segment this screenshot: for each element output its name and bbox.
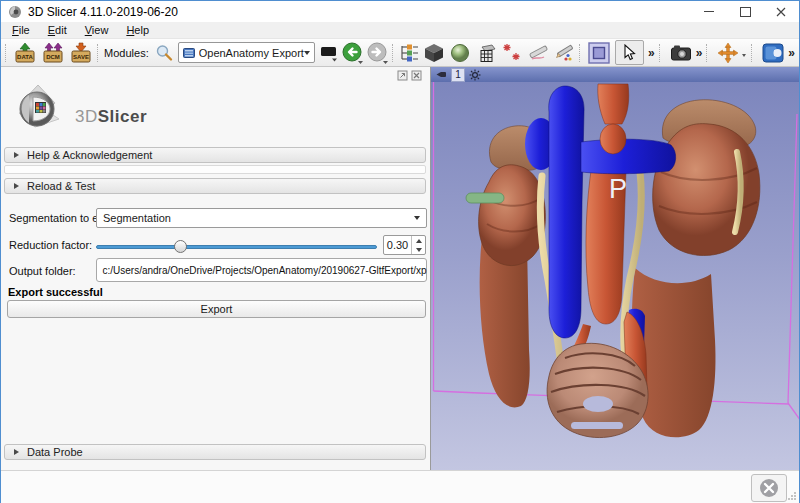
search-icon: [155, 44, 173, 62]
menu-file[interactable]: File: [3, 23, 39, 37]
orientation-marker-p: P: [609, 174, 627, 204]
dark-cube-icon: [423, 42, 445, 64]
reduction-factor-spinbox[interactable]: 0.30: [383, 235, 426, 255]
slider-track[interactable]: [96, 245, 377, 249]
resize-grip[interactable]: [787, 491, 797, 501]
threed-view[interactable]: 1: [431, 67, 799, 470]
view-label: 1: [451, 68, 465, 82]
aorta-top: [598, 84, 629, 124]
toolbar-overflow-chevron[interactable]: »: [696, 46, 703, 60]
toolbar-separator: [706, 44, 711, 62]
screenshot-button[interactable]: [670, 43, 692, 63]
menu-help[interactable]: Help: [117, 23, 158, 37]
status-bar: [1, 470, 799, 503]
output-folder-button[interactable]: c:/Users/andra/OneDrive/Projects/OpenAna…: [96, 258, 427, 282]
segment-editor-button[interactable]: [475, 42, 497, 64]
cursor-icon: [622, 44, 637, 61]
module-panel: 3DSlicer Help & Acknowledgement Reload &…: [1, 67, 431, 470]
segmentation-selector-value: Segmentation: [103, 212, 414, 224]
layout-selector-button[interactable]: [587, 41, 611, 65]
main-toolbar: DATA DCM SAVE Modules:: [1, 38, 799, 67]
reduction-factor-label: Reduction factor:: [9, 239, 92, 251]
triangle-down-icon: [416, 248, 422, 252]
load-dicom-button[interactable]: DCM: [41, 42, 65, 64]
aorta-knob: [600, 124, 626, 154]
menu-view[interactable]: View: [76, 23, 118, 37]
toolbar-separator: [751, 44, 756, 62]
data-probe-section[interactable]: Data Probe: [4, 444, 426, 460]
spin-up-button[interactable]: [412, 236, 425, 245]
dcm-icon-label: DCM: [46, 54, 60, 60]
subject-hierarchy-button[interactable]: [399, 43, 419, 63]
maximize-icon: [740, 7, 751, 17]
window-title: 3D Slicer 4.11.0-2019-06-20: [28, 5, 178, 19]
mouse-mode-button[interactable]: [615, 40, 644, 65]
output-folder-label: Output folder:: [9, 265, 76, 277]
close-panel-button[interactable]: [411, 70, 422, 81]
module-back-button[interactable]: [342, 42, 363, 64]
toolbar-overflow-chevron[interactable]: »: [648, 46, 655, 60]
vena-cava-trunk: [549, 86, 584, 338]
section-label: Data Probe: [27, 446, 83, 458]
maximize-button[interactable]: [727, 1, 763, 22]
volume-module-button[interactable]: [423, 42, 445, 64]
left-kidney: [479, 165, 546, 266]
title-bar[interactable]: 3D Slicer 4.11.0-2019-06-20: [1, 1, 799, 22]
view-controller-bar: 1: [431, 67, 799, 82]
close-button[interactable]: [763, 1, 799, 22]
save-button[interactable]: SAVE: [69, 42, 93, 64]
dismiss-x-icon: [759, 478, 779, 498]
crosshair-button[interactable]: [717, 42, 739, 64]
toolbar-separator: [392, 44, 394, 62]
fiducial-markers-icon: [501, 42, 523, 64]
app-window: 3D Slicer 4.11.0-2019-06-20 File Edit Vi…: [0, 0, 800, 503]
right-kidney: [653, 124, 760, 256]
load-data-button[interactable]: DATA: [13, 42, 37, 64]
export-button-label: Export: [201, 303, 233, 315]
history-icon: [320, 44, 338, 62]
module-icon: [183, 47, 195, 59]
markups-module-button[interactable]: [501, 42, 523, 64]
collapsed-triangle-icon: [14, 183, 19, 189]
toolbar-separator: [659, 44, 664, 62]
crosshair-dropdown-arrow[interactable]: [742, 54, 746, 57]
models-module-button[interactable]: [449, 42, 471, 64]
menu-edit[interactable]: Edit: [39, 23, 76, 37]
reduction-factor-slider[interactable]: [96, 237, 377, 257]
reload-test-section[interactable]: Reload & Test: [4, 178, 426, 194]
toolbar-handle[interactable]: [5, 44, 7, 62]
green-marker: [466, 193, 504, 203]
camera-icon: [670, 43, 692, 63]
collapsed-triangle-icon: [14, 449, 19, 455]
extensions-button[interactable]: [762, 43, 784, 63]
logo-text-3d: 3D: [75, 107, 98, 126]
ruler-icon: [527, 42, 549, 64]
module-forward-button[interactable]: [367, 42, 388, 64]
annotations-module-button[interactable]: [553, 42, 575, 64]
pin-icon[interactable]: [436, 69, 447, 80]
spin-down-button[interactable]: [412, 245, 425, 254]
undock-panel-button[interactable]: [397, 70, 408, 81]
module-search-button[interactable]: [155, 44, 173, 62]
ruler-annotation-button[interactable]: [527, 42, 549, 64]
collapsed-triangle-icon: [14, 152, 19, 158]
triangle-up-icon: [416, 239, 422, 243]
toolbar-separator: [579, 44, 581, 62]
close-icon: [776, 7, 786, 17]
minimize-button[interactable]: [691, 1, 727, 22]
module-selector[interactable]: OpenAnatomy Export: [178, 42, 315, 63]
dismiss-error-button[interactable]: [751, 474, 787, 502]
toolbar-overflow-chevron[interactable]: »: [788, 46, 795, 60]
slider-handle[interactable]: [174, 240, 187, 253]
help-acknowledgement-section[interactable]: Help & Acknowledgement: [4, 147, 426, 163]
modules-label: Modules:: [104, 47, 149, 59]
toolbar-separator: [97, 44, 99, 62]
threed-viewport[interactable]: P: [431, 82, 799, 470]
module-history-button[interactable]: [320, 44, 338, 62]
view-settings-gear-icon[interactable]: [469, 69, 481, 81]
output-folder-path: c:/Users/andra/OneDrive/Projects/OpenAna…: [102, 265, 426, 276]
export-button[interactable]: Export: [7, 300, 426, 318]
segmentation-selector[interactable]: Segmentation: [96, 208, 427, 228]
hierarchy-tree-icon: [399, 43, 419, 63]
bladder-slot: [571, 422, 623, 429]
